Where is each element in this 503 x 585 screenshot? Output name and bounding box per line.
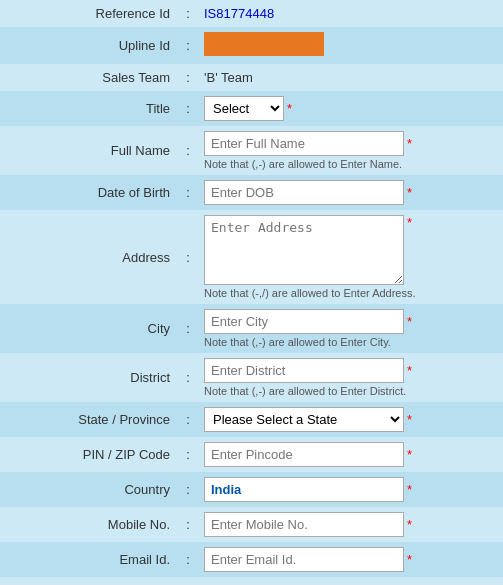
state-required: * bbox=[407, 412, 412, 427]
city-required: * bbox=[407, 314, 412, 329]
address-note: Note that (-,/) are allowed to Enter Add… bbox=[204, 287, 497, 299]
pincode-colon: : bbox=[178, 437, 198, 472]
address-input[interactable] bbox=[204, 215, 404, 285]
reference-id-colon: : bbox=[178, 0, 198, 27]
dob-cell: * bbox=[198, 175, 503, 210]
dob-label: Date of Birth bbox=[0, 175, 178, 210]
state-cell: Please Select a State * bbox=[198, 402, 503, 437]
email-label: Email Id. bbox=[0, 542, 178, 577]
full-name-required: * bbox=[407, 136, 412, 151]
pincode-label: PIN / ZIP Code bbox=[0, 437, 178, 472]
dob-colon: : bbox=[178, 175, 198, 210]
state-select[interactable]: Please Select a State bbox=[204, 407, 404, 432]
city-label: City bbox=[0, 304, 178, 353]
pincode-required: * bbox=[407, 447, 412, 462]
full-name-input[interactable] bbox=[204, 131, 404, 156]
country-cell: * bbox=[198, 472, 503, 507]
dob-required: * bbox=[407, 185, 412, 200]
address-cell: * Note that (-,/) are allowed to Enter A… bbox=[198, 210, 503, 304]
full-name-cell: * Note that (,-) are allowed to Enter Na… bbox=[198, 126, 503, 175]
upline-id-label: Upline Id bbox=[0, 27, 178, 64]
upline-id-box bbox=[204, 32, 324, 56]
district-cell: * Note that (,-) are allowed to Enter Di… bbox=[198, 353, 503, 402]
pincode-cell: * bbox=[198, 437, 503, 472]
sales-team-cell: 'B' Team bbox=[198, 64, 503, 91]
district-colon: : bbox=[178, 353, 198, 402]
full-name-label: Full Name bbox=[0, 126, 178, 175]
country-label: Country bbox=[0, 472, 178, 507]
address-colon: : bbox=[178, 210, 198, 304]
district-label: District bbox=[0, 353, 178, 402]
sales-team-value: 'B' Team bbox=[204, 70, 253, 85]
district-input[interactable] bbox=[204, 358, 404, 383]
captcha-cell: 7CMAT8 * bbox=[198, 577, 503, 585]
city-cell: * Note that (,-) are allowed to Enter Ci… bbox=[198, 304, 503, 353]
full-name-colon: : bbox=[178, 126, 198, 175]
reference-id-cell: IS81774448 bbox=[198, 0, 503, 27]
title-cell: Select Mr. Mrs. Ms. Dr. * bbox=[198, 91, 503, 126]
pincode-input[interactable] bbox=[204, 442, 404, 467]
country-input[interactable] bbox=[204, 477, 404, 502]
country-required: * bbox=[407, 482, 412, 497]
sales-team-label: Sales Team bbox=[0, 64, 178, 91]
title-colon: : bbox=[178, 91, 198, 126]
title-select[interactable]: Select Mr. Mrs. Ms. Dr. bbox=[204, 96, 284, 121]
registration-form: Reference Id : IS81774448 Upline Id : Sa… bbox=[0, 0, 503, 585]
state-label: State / Province bbox=[0, 402, 178, 437]
captcha-label: Enter Captcha bbox=[0, 577, 178, 585]
title-label: Title bbox=[0, 91, 178, 126]
title-required: * bbox=[287, 101, 292, 116]
address-label: Address bbox=[0, 210, 178, 304]
country-colon: : bbox=[178, 472, 198, 507]
city-colon: : bbox=[178, 304, 198, 353]
mobile-label: Mobile No. bbox=[0, 507, 178, 542]
reference-id-value: IS81774448 bbox=[204, 6, 274, 21]
email-cell: * bbox=[198, 542, 503, 577]
email-required: * bbox=[407, 552, 412, 567]
sales-team-colon: : bbox=[178, 64, 198, 91]
city-input[interactable] bbox=[204, 309, 404, 334]
address-required: * bbox=[407, 215, 412, 230]
mobile-required: * bbox=[407, 517, 412, 532]
city-note: Note that (,-) are allowed to Enter City… bbox=[204, 336, 497, 348]
mobile-input[interactable] bbox=[204, 512, 404, 537]
district-required: * bbox=[407, 363, 412, 378]
upline-id-cell bbox=[198, 27, 503, 64]
upline-id-colon: : bbox=[178, 27, 198, 64]
captcha-colon: : bbox=[178, 577, 198, 585]
email-colon: : bbox=[178, 542, 198, 577]
mobile-cell: * bbox=[198, 507, 503, 542]
full-name-note: Note that (,-) are allowed to Enter Name… bbox=[204, 158, 497, 170]
mobile-colon: : bbox=[178, 507, 198, 542]
district-note: Note that (,-) are allowed to Enter Dist… bbox=[204, 385, 497, 397]
email-input[interactable] bbox=[204, 547, 404, 572]
state-colon: : bbox=[178, 402, 198, 437]
reference-id-label: Reference Id bbox=[0, 0, 178, 27]
dob-input[interactable] bbox=[204, 180, 404, 205]
